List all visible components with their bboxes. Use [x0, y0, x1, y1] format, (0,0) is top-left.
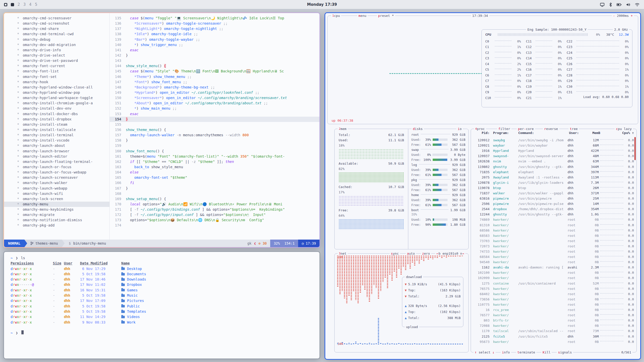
proc-column-5[interactable]: Cpu% ↑ — [600, 131, 634, 135]
net-interface[interactable]: ←b enp191s0 n→ — [435, 251, 465, 256]
workspace-5[interactable]: 5 — [35, 2, 37, 7]
io-toggle[interactable]: io — [456, 127, 463, 131]
sidebar-item[interactable]: *omarchy-hyprland-window-close-all — [4, 85, 109, 90]
process-row[interactable]: 119078btopbtopdhh26M0.0 — [473, 185, 634, 191]
process-row[interactable]: 120921waybar/usr/bin/waybardhh68M0.0 — [473, 143, 634, 148]
process-row[interactable]: 68402kworker/root0B0.0 — [473, 291, 634, 297]
code-line[interactable]: 166 fi — [110, 180, 319, 186]
code-line[interactable]: 148 *Background*) omarchy-theme-bg-next … — [110, 85, 319, 90]
workspace-3[interactable]: 3 — [23, 2, 26, 7]
cpu-lazy-toggle[interactable]: cpu lazy — [615, 127, 633, 131]
info-button[interactable]: info — [501, 350, 511, 354]
sidebar-item[interactable]: *omarchy-menu — [4, 202, 109, 207]
editor-file-sidebar[interactable]: *omarchy-cmd-screensaver*omarchy-cmd-scr… — [4, 13, 110, 240]
editor-window[interactable]: *omarchy-cmd-screensaver*omarchy-cmd-scr… — [3, 12, 320, 248]
process-row[interactable]: 68584kworker/root0B0.0 — [473, 254, 634, 259]
process-row[interactable]: 2544dropbox/home/dhh/.dropbox-distdhh354… — [473, 206, 634, 212]
process-list[interactable]: 120912swaybg/usr/bin/swaybg -i /homdhh12… — [473, 138, 634, 348]
sidebar-item[interactable]: *omarchy-debug — [4, 37, 109, 42]
code-line[interactable]: 173 options="$options\n📦 Defaults\n🌐 DNS… — [110, 217, 319, 223]
code-line[interactable]: 153 esac — [110, 111, 319, 117]
code-line[interactable]: 163 back_to show_style_menu — [110, 164, 319, 170]
code-line[interactable]: 157 omarchy-launch-walker -m menus:omarc… — [110, 132, 319, 138]
process-row[interactable]: 68583kworker/root0B0.0 — [473, 233, 634, 238]
sidebar-item[interactable]: *omarchy-menu-keybindings — [4, 207, 109, 212]
btop-window[interactable]: Eng Sample: 100-000001243-50_Y 2.0 GHz C… — [325, 12, 641, 360]
process-row[interactable]: 76575kworker/root0B0.0 — [473, 286, 634, 291]
sidebar-item[interactable]: *omarchy-notification-dismiss — [4, 217, 109, 223]
bluetooth-icon[interactable] — [609, 3, 612, 7]
sidebar-item[interactable]: *omarchy-cmd-share — [4, 26, 109, 31]
process-scrollbar[interactable] — [634, 137, 636, 160]
sidebar-item[interactable]: *omarchy-launch-screensaver — [4, 175, 109, 180]
sidebar-item[interactable]: *omarchy-lock-screen — [4, 196, 109, 202]
screencast-icon[interactable] — [600, 3, 605, 7]
sidebar-item[interactable]: *omarchy-font-current — [4, 63, 109, 69]
process-row[interactable]: 72088kworker/root0B0.0 — [473, 323, 634, 328]
code-line[interactable]: 140 *) show_trigger_menu ;; — [110, 42, 319, 48]
code-line[interactable]: 138 *Idle*) omarchy-toggle-idle ;; — [110, 31, 319, 37]
select-control[interactable]: ↑ select ↓ — [473, 350, 496, 354]
preset-button[interactable]: preset * — [377, 14, 395, 18]
kill-button[interactable]: Kill — [541, 350, 552, 354]
terminate-button[interactable]: terminate — [516, 350, 536, 354]
code-line[interactable]: 160show_font_menu() { — [110, 149, 319, 154]
code-line[interactable]: 136 *Screensaver*) omarchy-toggle-screen… — [110, 21, 319, 26]
process-row[interactable]: 72073kworker/root0B0.0 — [473, 244, 634, 249]
prompt-line-2[interactable]: ~❯ — [11, 330, 313, 336]
process-row[interactable]: 74869kworker/root0B0.0 — [473, 217, 634, 222]
sidebar-item[interactable]: *omarchy-launch-wifi — [4, 191, 109, 196]
process-row[interactable]: 120912swaybg/usr/bin/swaybg -i /homdhh12… — [473, 138, 634, 143]
sidebar-item[interactable]: *omarchy-hyprland-window-pop — [4, 90, 109, 95]
code-line[interactable]: 139 *Bar*) omarchy-toggle-waybar ;; — [110, 37, 319, 42]
code-line[interactable]: 164 else — [110, 170, 319, 175]
code-line[interactable]: 144show_style_menu() { — [110, 63, 319, 69]
code-line[interactable]: 141 esac — [110, 48, 319, 53]
process-row[interactable]: 68586kworker/root0B0.0 — [473, 228, 634, 233]
process-row[interactable]: 71837walker/usr/bin/walker --gappldhh371… — [473, 191, 634, 196]
sidebar-item[interactable]: *omarchy-launch-floating-terminal- — [4, 159, 109, 164]
proc-column-3[interactable]: User: — [569, 131, 585, 135]
code-line[interactable]: 137 *NightLight*) omarchy-toggle-nightli… — [110, 26, 319, 31]
workspace-active-icon[interactable] — [4, 3, 7, 6]
sidebar-item[interactable]: *omarchy-dev-add-migration — [4, 42, 109, 48]
sidebar-item[interactable]: *omarchy-install-vscode — [4, 138, 109, 143]
code-line[interactable]: 152 *) show_main_menu ;; — [110, 106, 319, 111]
code-line[interactable]: 158} — [110, 138, 319, 143]
sidebar-item[interactable]: *omarchy-launch-browser — [4, 149, 109, 154]
terminal-window[interactable]: ~❯ls PermissionsSizeUserDate ModifiedNam… — [3, 251, 320, 359]
reverse-button[interactable]: reverse — [543, 127, 559, 131]
sidebar-item[interactable]: *omarchy-install-dropbox — [4, 117, 109, 122]
sidebar-item[interactable]: *omarchy-cmd-terminal-cwd — [4, 31, 109, 37]
code-line[interactable]: 171 [ -f ~/.config/hypr/bindings.conf ] … — [110, 207, 319, 212]
process-row[interactable]: 110775kworker/root0B0.0 — [473, 302, 634, 307]
sidebar-item[interactable]: *omarchy-launch-webapp — [4, 186, 109, 191]
process-row[interactable]: 12244ghostty/usr/bin/ghostty --gtk-dhh1.… — [473, 212, 634, 217]
sidebar-item[interactable]: *omarchy-cmd-screenshot — [4, 21, 109, 26]
filter-button[interactable]: filter — [497, 127, 511, 131]
sidebar-item[interactable]: *omarchy-font-list — [4, 69, 109, 74]
code-line[interactable]: 172 [ -f ~/.config/hypr/input.conf ] && … — [110, 212, 319, 217]
process-row[interactable]: 76577kworker/root0B0.0 — [473, 312, 634, 318]
net-zero-button[interactable]: zero — [421, 251, 431, 256]
sidebar-item[interactable]: *omarchy-font-set — [4, 74, 109, 79]
sidebar-item[interactable]: *omarchy-drive-info — [4, 48, 109, 53]
workspace-2[interactable]: 2 — [18, 2, 20, 7]
code-line[interactable]: 154} — [110, 117, 319, 122]
sidebar-item[interactable]: *omarchy-launch-walker — [4, 180, 109, 186]
process-row[interactable]: 120878glycin-i/usr/lib/glycin-loadersdhh… — [473, 180, 634, 185]
sidebar-item[interactable]: *omarchy-install-docker-dbs — [4, 111, 109, 117]
code-line[interactable]: 149 *Hyprland*) open_in_editor ~/.config… — [110, 90, 319, 95]
sidebar-item[interactable]: *omarchy-pkg-add — [4, 223, 109, 228]
code-line[interactable]: 174 — [110, 223, 319, 228]
sidebar-item[interactable]: *omarchy-drive-select — [4, 53, 109, 58]
code-line[interactable]: 135 case $(menu "Toggle" "💻 Screensaver\… — [110, 16, 319, 21]
net-auto-button[interactable]: auto — [406, 251, 416, 256]
sidebar-item[interactable]: *omarchy-install-chromium-google-a — [4, 101, 109, 106]
process-row[interactable]: 94540kworker/root0B0.0 — [473, 259, 634, 265]
process-row[interactable]: 1916HyprlandHyprlanddhh422M0.0 — [473, 148, 634, 153]
process-row[interactable]: 95673kworker/root0B0.0 — [473, 339, 634, 344]
process-row[interactable]: 1162avahi-daavahi-daemon: running [avahi… — [473, 265, 634, 270]
volume-icon[interactable] — [626, 3, 630, 7]
sidebar-item[interactable]: *omarchy-launch-editor — [4, 154, 109, 159]
